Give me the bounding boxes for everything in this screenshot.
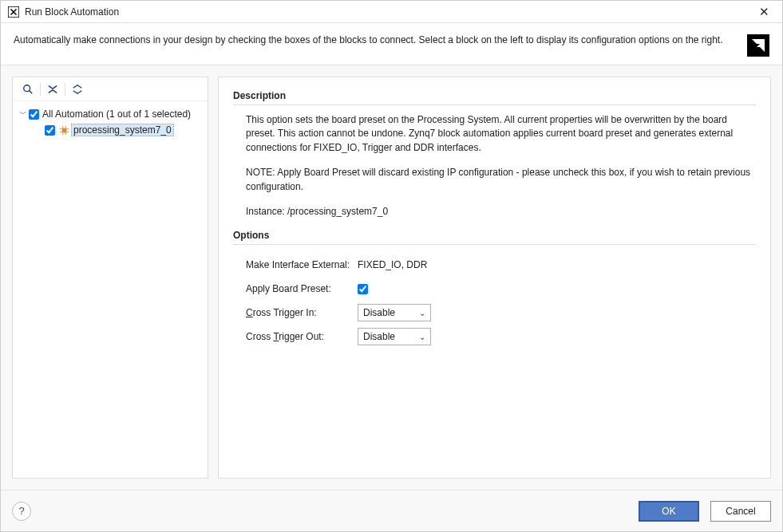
ok-button[interactable]: OK — [639, 501, 699, 522]
chevron-down-icon: ⌄ — [419, 333, 425, 341]
header-description-bar: Automatically make connections in your d… — [1, 23, 782, 65]
description-para1: This option sets the board preset on the… — [246, 113, 756, 155]
details-panel: Description This option sets the board p… — [218, 77, 771, 479]
chevron-down-icon: ⌄ — [419, 309, 425, 317]
run-block-automation-dialog: Run Block Automation ✕ Automatically mak… — [0, 0, 783, 532]
options-table: Make Interface External: FIXED_IO, DDR A… — [233, 253, 756, 349]
content-area: ﹀ All Automation (1 out of 1 selected) p… — [1, 65, 782, 490]
toolbar-separator — [40, 83, 41, 96]
toolbar-separator — [65, 83, 65, 96]
tree-panel: ﹀ All Automation (1 out of 1 selected) p… — [12, 77, 208, 479]
description-body: This option sets the board preset on the… — [233, 113, 756, 219]
cross-trigger-in-select[interactable]: Disable ⌄ — [358, 304, 431, 321]
tree-root-row[interactable]: ﹀ All Automation (1 out of 1 selected) — [16, 106, 204, 122]
apply-board-preset-checkbox[interactable] — [358, 284, 368, 294]
tree-child-row[interactable]: processing_system7_0 — [16, 122, 204, 138]
description-instance: Instance: /processing_system7_0 — [246, 205, 756, 219]
option-make-interface-external: Make Interface External: FIXED_IO, DDR — [246, 253, 756, 277]
option-apply-board-preset: Apply Board Preset: — [246, 277, 756, 301]
processing-system-checkbox[interactable] — [45, 125, 55, 136]
titlebar: Run Block Automation ✕ — [1, 1, 782, 23]
cross-trigger-out-label: Cross TCross Trigger Out:rigger Out: — [246, 331, 358, 342]
option-cross-trigger-out: Cross TCross Trigger Out:rigger Out: Dis… — [246, 325, 756, 349]
description-para2: NOTE: Apply Board Preset will discard ex… — [246, 166, 756, 194]
make-interface-external-label: Make Interface External: — [246, 259, 358, 270]
svg-rect-3 — [61, 128, 66, 132]
cross-trigger-in-value: Disable — [363, 307, 395, 318]
tree-child-label: processing_system7_0 — [71, 124, 174, 136]
help-icon[interactable]: ? — [12, 502, 31, 521]
search-icon[interactable] — [19, 81, 37, 98]
cross-trigger-out-select[interactable]: Disable ⌄ — [358, 328, 431, 345]
dialog-footer: ? OK Cancel — [1, 490, 782, 531]
cross-trigger-in-label: CCross Trigger In:ross Trigger In: — [246, 307, 358, 318]
divider — [233, 244, 756, 245]
cancel-button[interactable]: Cancel — [710, 501, 771, 522]
amd-logo-icon — [747, 34, 769, 57]
ip-block-icon — [59, 125, 69, 135]
options-heading: Options — [233, 230, 756, 241]
collapse-all-icon[interactable] — [44, 81, 61, 98]
app-icon — [7, 6, 20, 18]
automation-tree: ﹀ All Automation (1 out of 1 selected) p… — [13, 101, 208, 143]
header-description-text: Automatically make connections in your d… — [14, 34, 741, 47]
description-heading: Description — [233, 90, 756, 101]
apply-board-preset-label: Apply Board Preset: — [246, 283, 358, 294]
tree-toolbar — [13, 77, 208, 101]
close-icon[interactable]: ✕ — [752, 1, 776, 23]
tree-root-label: All Automation (1 out of 1 selected) — [41, 108, 191, 120]
chevron-down-icon[interactable]: ﹀ — [19, 108, 29, 120]
make-interface-external-value: FIXED_IO, DDR — [358, 259, 427, 270]
dialog-title: Run Block Automation — [25, 6, 752, 18]
divider — [233, 104, 756, 105]
svg-line-2 — [30, 90, 33, 93]
all-automation-checkbox[interactable] — [29, 109, 39, 120]
option-cross-trigger-in: CCross Trigger In:ross Trigger In: Disab… — [246, 301, 756, 325]
svg-point-1 — [24, 85, 30, 91]
expand-all-icon[interactable] — [69, 81, 86, 98]
cross-trigger-out-value: Disable — [363, 331, 395, 342]
